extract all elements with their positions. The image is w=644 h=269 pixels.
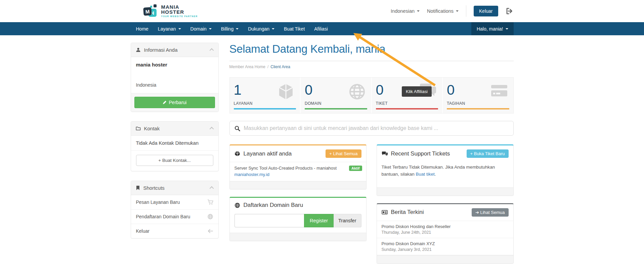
nav-item-billing[interactable]: Billing: [216, 22, 243, 35]
caret-down-icon: [506, 28, 508, 30]
nav-item-afiliasi[interactable]: Afiliasi: [309, 22, 332, 35]
register-domain-button[interactable]: Register: [304, 214, 334, 227]
box-icon: [276, 82, 295, 102]
logo[interactable]: M H MANIA HOSTER YOUR WEBSITE PARTNER: [143, 4, 198, 18]
tickets-empty-text: Tiket Terbaru Tidak Ditemukan. Jika Anda…: [377, 162, 513, 187]
user-icon: [136, 47, 141, 52]
collapse-chevron-icon[interactable]: [209, 186, 214, 191]
stat-tagihan[interactable]: 0 TAGIHAN: [442, 78, 513, 113]
search-icon: [234, 126, 240, 131]
cart-icon: [207, 199, 213, 205]
update-details-button[interactable]: Perbarui: [134, 97, 215, 108]
service-name: Server Sync Tool Auto-Created Products -…: [234, 166, 361, 171]
newspaper-icon: [382, 210, 388, 215]
shortcut-logout[interactable]: Keluar: [131, 224, 218, 238]
client-info-panel-title: Informasi Anda: [144, 47, 178, 53]
domain-search-input[interactable]: [234, 214, 304, 227]
logo-tagline: YOUR WEBSITE PARTNER: [161, 15, 198, 18]
support-tickets-panel: Recent Support Tickets + Buka Tiket Baru…: [377, 144, 514, 196]
view-all-services-button[interactable]: + Lihat Semua: [326, 149, 361, 158]
create-ticket-link[interactable]: Buat tiket: [416, 172, 435, 177]
logo-text: MANIA HOSTER YOUR WEBSITE PARTNER: [161, 4, 198, 18]
caret-down-icon: [178, 28, 181, 30]
language-menu[interactable]: Indonesian: [391, 8, 420, 14]
stat-tagihan-label: TAGIHAN: [447, 101, 509, 106]
nav-item-dukungan[interactable]: Dukungan: [243, 22, 279, 35]
title-divider: [229, 61, 514, 61]
caret-down-icon: [417, 10, 420, 12]
open-ticket-button[interactable]: + Buka Tiket Baru: [467, 149, 509, 158]
register-domain-title: Daftarkan Domain Baru: [244, 202, 303, 209]
client-info-panel: Informasi Anda mania hoster Indonesia Pe…: [131, 43, 219, 112]
notifications-menu-label: Notifications: [427, 8, 454, 14]
caret-down-icon: [272, 28, 274, 30]
breadcrumb-current[interactable]: Client Area: [270, 64, 290, 69]
nav-item-layanan[interactable]: Layanan: [153, 22, 186, 35]
active-services-header: Layanan aktif anda + Lihat Semua: [230, 145, 366, 162]
nav-item-domain[interactable]: Domain: [186, 22, 216, 35]
breadcrumb-home[interactable]: Member Area Home: [229, 64, 265, 69]
bookmark-icon: [136, 185, 140, 190]
view-all-news-button[interactable]: ➔ Lihat Semua: [472, 208, 509, 217]
active-services-footer: [230, 181, 366, 189]
credit-card-icon: [490, 82, 509, 100]
collapse-chevron-icon[interactable]: [209, 127, 214, 131]
news-footer: [377, 255, 513, 263]
collapse-chevron-icon[interactable]: [209, 48, 214, 53]
breadcrumb: Member Area Home/Client Area: [229, 64, 514, 69]
support-tickets-footer: [377, 187, 513, 195]
service-domain-link[interactable]: maniahoster.my.id: [234, 172, 270, 177]
globe-icon: [234, 203, 240, 208]
language-menu-label: Indonesian: [391, 8, 415, 14]
status-badge: Aktif: [349, 166, 362, 171]
logo-name-line1: MANIA: [161, 4, 198, 9]
news-title: Berita Terkini: [391, 209, 424, 216]
news-item[interactable]: Promo Diskon Domain XYZ Sunday, January …: [377, 238, 513, 255]
notifications-menu[interactable]: Notifications: [427, 8, 459, 14]
logout-button[interactable]: Keluar: [474, 6, 498, 16]
kb-search-input[interactable]: [244, 125, 509, 131]
sign-out-icon[interactable]: [506, 7, 514, 15]
active-services-title: Layanan aktif anda: [244, 150, 292, 157]
contacts-panel-header: Kontak: [131, 122, 218, 136]
shortcut-register-domain[interactable]: Pendaftaran Domain Baru: [131, 210, 218, 224]
transfer-domain-button[interactable]: Transfer: [334, 214, 361, 227]
kb-search-bar: [229, 121, 514, 136]
news-panel: Berita Terkini ➔ Lihat Semua Promo Disko…: [377, 203, 514, 264]
stat-tiket-label: TIKET: [376, 101, 438, 106]
stat-domain[interactable]: 0 DOMAIN: [300, 78, 371, 113]
folder-icon: [136, 126, 141, 131]
news-item[interactable]: Promo Diskon Hosting dan Reseller Thursd…: [377, 221, 513, 238]
pencil-icon: [163, 100, 167, 104]
top-header: M H MANIA HOSTER YOUR WEBSITE PARTNER In…: [0, 0, 644, 22]
globe-icon: [207, 214, 213, 220]
news-header: Berita Terkini ➔ Lihat Semua: [377, 204, 513, 221]
register-domain-header: Daftarkan Domain Baru: [230, 198, 366, 213]
shortcuts-panel-title: Shortcuts: [143, 185, 165, 191]
sidebar: Informasi Anda mania hoster Indonesia Pe…: [131, 43, 219, 269]
stat-layanan[interactable]: 1 LAYANAN: [230, 78, 300, 113]
client-info-panel-header: Informasi Anda: [131, 43, 218, 57]
logo-mark-icon: M H: [143, 4, 158, 18]
contacts-panel-title: Kontak: [144, 126, 160, 131]
contacts-empty-text: Tidak Ada Kontak Ditemukan: [131, 136, 218, 150]
shortcut-order-service[interactable]: Pesan Layanan Baru: [131, 195, 218, 210]
client-country: Indonesia: [136, 82, 213, 88]
page-title: Selamat Datang Kembali, mania: [229, 43, 514, 55]
nav-item-home[interactable]: Home: [131, 22, 153, 35]
contacts-panel: Kontak Tidak Ada Kontak Ditemukan + Buat…: [131, 121, 219, 171]
create-contact-button[interactable]: + Buat Kontak...: [136, 155, 213, 166]
logo-m-square: M: [143, 7, 152, 16]
nav-item-buat-tiket[interactable]: Buat Tiket: [279, 22, 309, 35]
user-menu[interactable]: Halo, mania!: [471, 22, 514, 35]
service-row[interactable]: Server Sync Tool Auto-Created Products -…: [230, 162, 366, 181]
shortcuts-panel: Shortcuts Pesan Layanan Baru Pendaftaran…: [131, 181, 219, 238]
stats-row: 1 LAYANAN 0 DOMAIN 0 TIKET: [229, 77, 514, 114]
stat-layanan-accent: [234, 108, 296, 109]
stat-tagihan-accent: [447, 108, 509, 109]
stat-domain-accent: [305, 108, 367, 109]
shortcuts-panel-header: Shortcuts: [131, 181, 218, 195]
main-navbar: Home Layanan Domain Billing Dukungan Bua…: [0, 22, 644, 35]
caret-down-icon: [236, 28, 239, 30]
active-services-panel: Layanan aktif anda + Lihat Semua Server …: [229, 144, 367, 189]
